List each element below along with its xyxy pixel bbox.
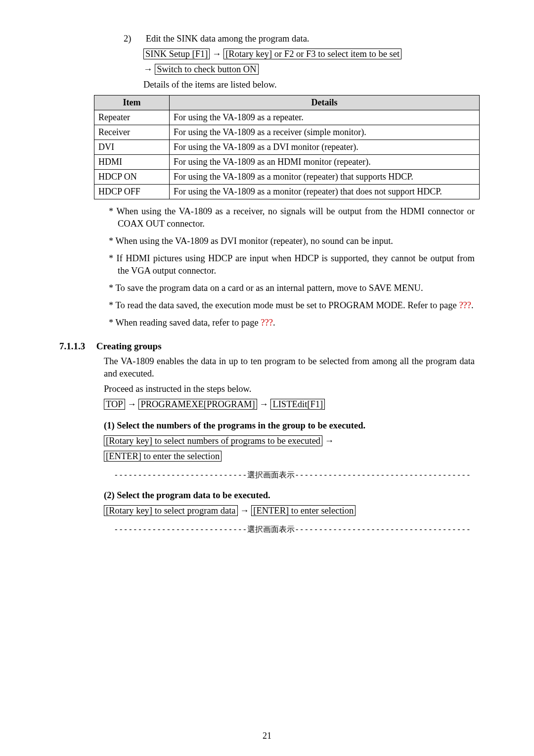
note-3: * If HDMI pictures using HDCP are input … xyxy=(109,252,475,277)
step-2-line: 2) Edit the SINK data among the program … xyxy=(124,33,475,45)
substep-1-line2: [ENTER] to enter the selection xyxy=(104,450,475,463)
arrow-icon: → xyxy=(143,64,153,74)
rotary-select-numbers-box: [Rotary key] to select numbers of progra… xyxy=(104,435,322,446)
table-row: DVIFor using the VA-1809 as a DVI monito… xyxy=(94,140,480,154)
table-row: HDMIFor using the VA-1809 as an HDMI mon… xyxy=(94,154,480,169)
table-row: HDCP OFFFor using the VA-1809 as a monit… xyxy=(94,184,480,199)
section-title: Creating groups xyxy=(96,341,162,351)
table-header-row: Item Details xyxy=(94,95,480,110)
switch-check-on-box: Switch to check button ON xyxy=(155,64,258,75)
note-2: * When using the VA-1809 as DVI monitor … xyxy=(109,235,475,247)
rotary-f2-f3-box: [Rotary key] or F2 or F3 to select item … xyxy=(223,48,401,59)
arrow-icon: → xyxy=(325,436,334,446)
arrow-icon: → xyxy=(212,49,222,59)
section-number: 7.1.1.3 xyxy=(59,340,94,353)
table-row: ReceiverFor using the VA-1809 as a recei… xyxy=(94,125,480,140)
enter-selection-box: [ENTER] to enter the selection xyxy=(104,451,222,462)
step-2-num: 2) xyxy=(124,33,143,45)
substep-1-head: (1) Select the numbers of the programs i… xyxy=(104,420,475,432)
programexe-box: PROGRAMEXE[PROGRAM] xyxy=(138,399,257,410)
substep-1-line1: [Rotary key] to select numbers of progra… xyxy=(104,435,475,447)
page-number: 21 xyxy=(0,731,534,741)
table-row: RepeaterFor using the VA-1809 as a repea… xyxy=(94,110,480,125)
items-table: Item Details RepeaterFor using the VA-18… xyxy=(94,95,480,199)
arrow-icon: → xyxy=(259,399,268,409)
step-2-nav-cont: → Switch to check button ON xyxy=(143,63,475,76)
substep-2-head: (2) Select the program data to be execut… xyxy=(104,489,475,502)
arrow-icon: → xyxy=(240,506,249,516)
details-intro: Details of the items are listed below. xyxy=(143,79,475,91)
note-5: * To read the data saved, the execution … xyxy=(109,299,475,312)
section-nav: TOP → PROGRAMEXE[PROGRAM] → LISTEdit[F1] xyxy=(104,398,475,411)
step-2-nav: SINK Setup [F1] → [Rotary key] or F2 or … xyxy=(143,48,475,60)
th-item: Item xyxy=(94,95,170,110)
note-6: * When reading saved data, refer to page… xyxy=(109,317,475,329)
section-para-1: The VA-1809 enables the data in up to te… xyxy=(104,355,475,380)
enter-selection-box-2: [ENTER] to enter selection xyxy=(251,505,356,516)
step-2-text: Edit the SINK data among the program dat… xyxy=(146,34,310,44)
th-details: Details xyxy=(170,95,480,110)
page-ref-red: ??? xyxy=(261,318,273,328)
rotary-select-program-box: [Rotary key] to select program data xyxy=(104,505,238,516)
separator-2: ----------------------------選択画面表示------… xyxy=(114,524,475,535)
arrow-icon: → xyxy=(127,399,136,409)
note-1: * When using the VA-1809 as a receiver, … xyxy=(109,205,475,230)
section-para-2: Proceed as instructed in the steps below… xyxy=(104,383,475,395)
sink-setup-box: SINK Setup [F1] xyxy=(143,48,210,59)
section-heading: 7.1.1.3 Creating groups xyxy=(59,340,475,353)
substep-2-line: [Rotary key] to select program data → [E… xyxy=(104,505,475,517)
table-row: HDCP ONFor using the VA-1809 as a monito… xyxy=(94,169,480,184)
separator-1: ----------------------------選択画面表示------… xyxy=(114,470,475,480)
note-4: * To save the program data on a card or … xyxy=(109,282,475,294)
top-box: TOP xyxy=(104,399,125,410)
page-ref-red: ??? xyxy=(459,300,471,310)
listedit-box: LISTEdit[F1] xyxy=(270,399,325,410)
